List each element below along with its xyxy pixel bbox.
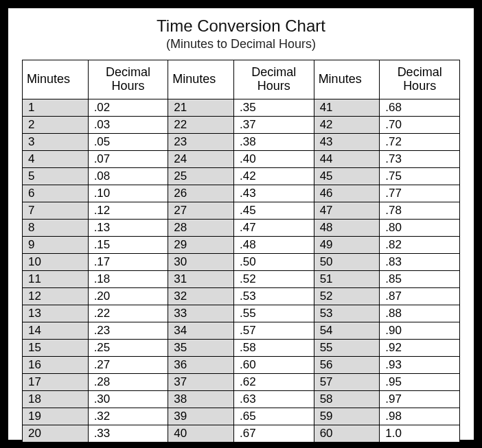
chart-title: Time Conversion Chart [22,16,460,36]
decimal-cell: .05 [88,133,168,150]
conversion-table: Minutes Decimal Hours Minutes Decimal Ho… [22,60,460,443]
minutes-cell: 36 [168,356,234,373]
decimal-cell: .38 [233,133,314,150]
decimal-cell: .55 [233,305,314,322]
decimal-cell: .77 [380,185,460,202]
table-row: 20.3340.67601.0 [23,425,460,442]
decimal-cell: .88 [380,305,460,322]
minutes-cell: 22 [168,116,234,133]
minutes-cell: 40 [168,425,234,442]
minutes-cell: 41 [314,99,380,116]
decimal-cell: .37 [233,116,314,133]
minutes-cell: 34 [168,322,234,339]
minutes-cell: 57 [314,373,380,390]
decimal-cell: .15 [88,236,168,253]
decimal-cell: .43 [233,185,314,202]
decimal-cell: .58 [233,339,314,356]
minutes-cell: 47 [314,202,380,219]
table-row: 5.0825.4245.75 [23,167,460,185]
minutes-cell: 37 [168,373,234,390]
header-decimal-2: Decimal Hours [233,60,314,99]
decimal-cell: .25 [88,339,168,356]
table-body: 1.0221.3541.682.0322.3742.703.0523.3843.… [23,99,460,442]
minutes-cell: 8 [23,219,89,236]
decimal-cell: .35 [233,99,314,116]
table-row: 11.1831.5251.85 [23,270,460,287]
decimal-cell: .12 [88,202,168,219]
decimal-cell: .85 [380,270,460,287]
minutes-cell: 52 [314,287,380,305]
minutes-cell: 29 [168,236,234,253]
minutes-cell: 54 [314,322,380,339]
minutes-cell: 39 [168,408,234,425]
minutes-cell: 43 [314,133,380,150]
page: Time Conversion Chart (Minutes to Decima… [8,8,474,440]
minutes-cell: 24 [168,150,234,167]
decimal-cell: .93 [380,356,460,373]
minutes-cell: 9 [23,236,89,253]
decimal-cell: .65 [233,408,314,425]
table-row: 12.2032.5352.87 [23,287,460,305]
minutes-cell: 19 [23,408,89,425]
decimal-cell: .63 [233,390,314,408]
decimal-cell: .97 [380,390,460,408]
minutes-cell: 30 [168,253,234,270]
minutes-cell: 15 [23,339,89,356]
chart-subtitle: (Minutes to Decimal Hours) [22,37,460,51]
minutes-cell: 42 [314,116,380,133]
decimal-cell: .62 [233,373,314,390]
decimal-cell: .68 [380,99,460,116]
minutes-cell: 27 [168,202,234,219]
minutes-cell: 14 [23,322,89,339]
minutes-cell: 56 [314,356,380,373]
table-row: 16.2736.6056.93 [23,356,460,373]
table-row: 13.2233.5553.88 [23,305,460,322]
decimal-cell: .13 [88,219,168,236]
table-row: 4.0724.4044.73 [23,150,460,167]
minutes-cell: 53 [314,305,380,322]
table-row: 2.0322.3742.70 [23,116,460,133]
minutes-cell: 13 [23,305,89,322]
minutes-cell: 2 [23,116,89,133]
decimal-cell: .07 [88,150,168,167]
decimal-cell: .28 [88,373,168,390]
decimal-cell: .45 [233,202,314,219]
minutes-cell: 45 [314,167,380,185]
header-decimal-1: Decimal Hours [88,60,168,99]
minutes-cell: 26 [168,185,234,202]
decimal-cell: .90 [380,322,460,339]
minutes-cell: 31 [168,270,234,287]
decimal-cell: .18 [88,270,168,287]
minutes-cell: 60 [314,425,380,442]
minutes-cell: 49 [314,236,380,253]
minutes-cell: 3 [23,133,89,150]
table-row: 17.2837.6257.95 [23,373,460,390]
decimal-cell: .42 [233,167,314,185]
table-row: 10.1730.5050.83 [23,253,460,270]
decimal-cell: .02 [88,99,168,116]
decimal-cell: .87 [380,287,460,305]
minutes-cell: 7 [23,202,89,219]
header-minutes-1: Minutes [23,60,89,99]
decimal-cell: .23 [88,322,168,339]
minutes-cell: 5 [23,167,89,185]
decimal-cell: .78 [380,202,460,219]
decimal-cell: .73 [380,150,460,167]
minutes-cell: 55 [314,339,380,356]
minutes-cell: 11 [23,270,89,287]
minutes-cell: 16 [23,356,89,373]
decimal-cell: .10 [88,185,168,202]
minutes-cell: 44 [314,150,380,167]
decimal-cell: .52 [233,270,314,287]
table-row: 6.1026.4346.77 [23,185,460,202]
minutes-cell: 23 [168,133,234,150]
decimal-cell: .30 [88,390,168,408]
minutes-cell: 20 [23,425,89,442]
table-row: 18.3038.6358.97 [23,390,460,408]
minutes-cell: 17 [23,373,89,390]
minutes-cell: 32 [168,287,234,305]
decimal-cell: .53 [233,287,314,305]
decimal-cell: .17 [88,253,168,270]
decimal-cell: .08 [88,167,168,185]
minutes-cell: 50 [314,253,380,270]
